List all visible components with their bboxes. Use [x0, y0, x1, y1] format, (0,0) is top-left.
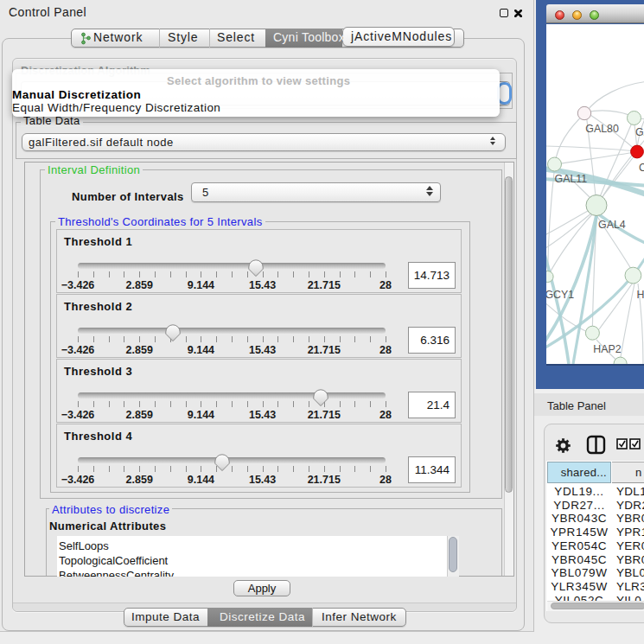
svg-text:H: H — [636, 289, 644, 301]
svg-text:HAP2: HAP2 — [593, 343, 621, 355]
svg-text:GAL11: GAL11 — [555, 173, 588, 185]
svg-text:C: C — [639, 162, 644, 174]
svg-text:GA: GA — [635, 126, 644, 138]
svg-text:GCY1: GCY1 — [546, 289, 574, 301]
svg-text:GAL80: GAL80 — [585, 123, 619, 135]
svg-text:GAL4: GAL4 — [598, 219, 626, 231]
